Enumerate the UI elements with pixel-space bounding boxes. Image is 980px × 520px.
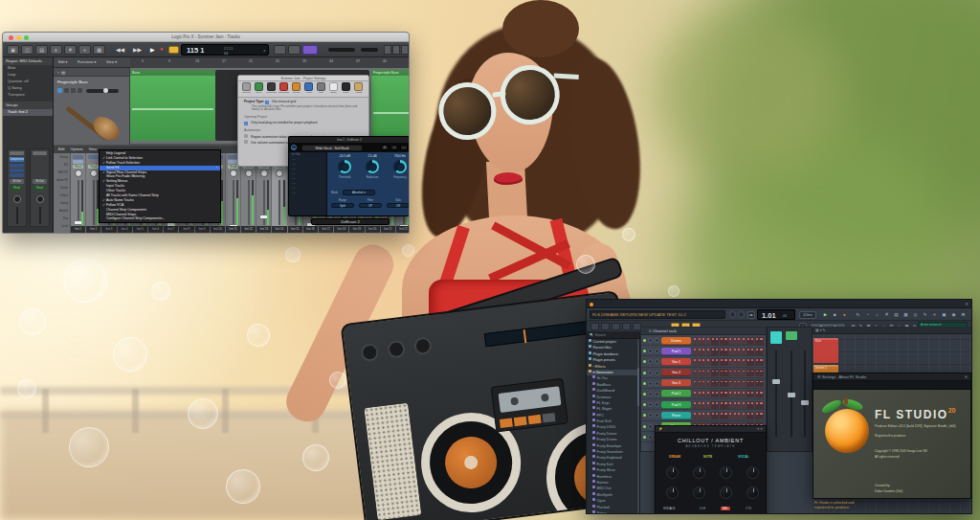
step-sequencer[interactable] xyxy=(693,390,764,397)
automation-mode[interactable]: Read xyxy=(33,186,47,191)
channel-button[interactable]: Pad 2 xyxy=(661,390,691,397)
view-menu[interactable]: View ▾ xyxy=(106,59,117,64)
step-cell[interactable] xyxy=(720,358,724,366)
volume-fader[interactable] xyxy=(39,207,41,224)
step-cell[interactable] xyxy=(733,390,737,397)
step-cell[interactable] xyxy=(733,348,737,355)
pan-knob[interactable] xyxy=(230,170,237,177)
pan-knob[interactable] xyxy=(90,170,98,177)
toolbar-button[interactable]: ▤ xyxy=(35,45,48,55)
step-cell[interactable] xyxy=(693,358,697,366)
step-cell[interactable] xyxy=(720,412,724,419)
insert-chip[interactable] xyxy=(73,155,83,159)
channel-volume-knob[interactable] xyxy=(655,392,659,396)
browser-search[interactable]: 🔍 Search xyxy=(587,332,639,339)
channel-enable-led[interactable] xyxy=(643,350,646,352)
notes-button[interactable] xyxy=(392,45,400,55)
pattern-up-down[interactable]: ◂▸ xyxy=(747,311,755,319)
step-cell[interactable] xyxy=(698,358,702,366)
step-cell[interactable] xyxy=(711,390,715,397)
logic-pro-window[interactable]: Logic Pro X - Summer Jam - Tracks ▣◫▤≡#+… xyxy=(2,32,410,234)
mixer-options-menu[interactable]: Options xyxy=(71,147,83,151)
plugin-knob[interactable] xyxy=(366,160,379,173)
mode-selector[interactable]: Absolute ▾ xyxy=(343,190,375,195)
settings-tab-general[interactable]: General xyxy=(241,82,252,94)
step-cell[interactable] xyxy=(693,401,697,409)
channel-enable-led[interactable] xyxy=(643,436,646,439)
step-cell[interactable] xyxy=(750,412,754,419)
step-cell[interactable] xyxy=(693,390,697,397)
solo-button[interactable] xyxy=(274,45,286,55)
step-cell[interactable] xyxy=(698,390,702,397)
track-header[interactable]: ＋ ▦ Fingerstyle Bass xyxy=(54,68,130,144)
zoom-button[interactable] xyxy=(24,35,29,40)
playlist-clip[interactable]: Kick xyxy=(813,338,838,363)
step-cell[interactable] xyxy=(706,379,710,387)
step-cell[interactable] xyxy=(755,369,759,376)
region-parameter[interactable]: Loop xyxy=(3,72,53,79)
channel-row[interactable]: Vox 1 xyxy=(641,356,766,367)
checkbox-checked[interactable]: ✓ xyxy=(265,101,269,104)
piano-roll-button[interactable] xyxy=(601,323,610,330)
step-cell[interactable] xyxy=(720,379,724,387)
step-cell[interactable] xyxy=(746,390,750,397)
step-cell[interactable] xyxy=(715,390,719,397)
region-parameter[interactable]: Q-Swing xyxy=(3,85,53,92)
step-cell[interactable] xyxy=(746,358,750,366)
step-cell[interactable] xyxy=(746,401,750,409)
step-cell[interactable] xyxy=(715,379,719,387)
step-cell[interactable] xyxy=(702,390,705,397)
settings-tab-sync[interactable]: Sync xyxy=(254,82,264,94)
step-cell[interactable] xyxy=(759,412,763,419)
step-cell[interactable] xyxy=(750,348,754,355)
settings-tab-recording[interactable]: Recording xyxy=(278,82,289,94)
channel-enable-led[interactable] xyxy=(643,360,646,363)
main-pitch-knob[interactable] xyxy=(738,311,745,318)
region-parameter[interactable]: Quantize: off xyxy=(3,79,53,85)
step-cell[interactable] xyxy=(737,337,741,345)
region-parameter[interactable]: Transpose xyxy=(3,92,53,99)
step-cell[interactable] xyxy=(720,348,724,355)
close-icon[interactable]: ✕ xyxy=(965,373,968,381)
musical-grid-option[interactable]: Use musical grid xyxy=(272,100,296,103)
channel-rack-header[interactable]: ≡ Channel rack xyxy=(641,328,766,335)
track-header-toolbar[interactable]: ＋ ▦ xyxy=(54,68,129,77)
step-cell[interactable] xyxy=(724,348,727,355)
channel-button[interactable]: Pad 1 xyxy=(661,348,691,355)
channel-enable-led[interactable] xyxy=(643,382,646,385)
pan-knob[interactable] xyxy=(13,195,21,203)
compare-button[interactable]: A xyxy=(381,145,389,150)
macro-knob[interactable] xyxy=(666,486,679,499)
browser-button[interactable] xyxy=(401,45,409,55)
toolbar-button[interactable]: # xyxy=(64,45,77,55)
send-slot[interactable] xyxy=(10,173,24,177)
channel-row[interactable]: Pad 1 xyxy=(641,346,766,356)
lcd-display[interactable]: 115 1 1 1 1 1 4/4 ▾ xyxy=(181,44,269,56)
channel-pan-knob[interactable] xyxy=(648,349,653,353)
step-sequencer[interactable] xyxy=(693,358,764,366)
channel-pan-knob[interactable] xyxy=(648,392,653,396)
channel-row[interactable]: Vox 2 xyxy=(641,368,766,378)
region-inspector-header[interactable]: Region: MIDI Defaults xyxy=(3,57,53,65)
step-cell[interactable] xyxy=(693,369,697,376)
preset-selector[interactable]: Wide Vocal - Soft Band xyxy=(301,145,363,151)
step-sequencer[interactable] xyxy=(693,379,764,387)
macro-knob[interactable] xyxy=(720,486,732,499)
send-slot[interactable] xyxy=(10,169,24,172)
track-tile[interactable]: Fingerstyle Bass xyxy=(54,77,129,145)
step-cell[interactable] xyxy=(733,401,737,409)
settings-tab-score[interactable]: Score xyxy=(328,82,339,94)
send-slot[interactable] xyxy=(10,164,24,168)
mixer-track[interactable] xyxy=(786,331,797,340)
plugin-knob[interactable] xyxy=(338,160,351,173)
fader-cap[interactable] xyxy=(89,233,99,234)
display-slider[interactable] xyxy=(361,48,378,52)
step-cell[interactable] xyxy=(728,412,732,419)
step-cell[interactable] xyxy=(720,369,724,376)
audio-region[interactable]: Bass xyxy=(130,70,215,141)
channel-enable-led[interactable] xyxy=(643,393,646,396)
step-cell[interactable] xyxy=(746,337,750,345)
timeline-ruler[interactable]: 591317212529333741 xyxy=(130,57,409,68)
step-cell[interactable] xyxy=(755,390,759,397)
step-cell[interactable] xyxy=(728,337,732,345)
